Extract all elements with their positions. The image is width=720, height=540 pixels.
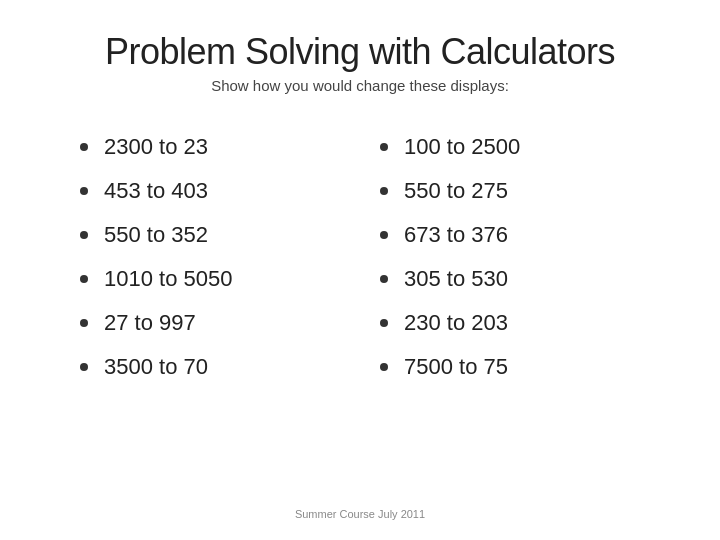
list-item-text: 550 to 352 bbox=[104, 222, 208, 248]
list-item: 230 to 203 bbox=[380, 310, 660, 336]
footer: Summer Course July 2011 bbox=[295, 498, 425, 520]
list-item-text: 1010 to 5050 bbox=[104, 266, 232, 292]
list-item-text: 3500 to 70 bbox=[104, 354, 208, 380]
list-item: 453 to 403 bbox=[80, 178, 360, 204]
list-item: 673 to 376 bbox=[380, 222, 660, 248]
bullet-icon bbox=[80, 363, 88, 371]
left-column: 2300 to 23453 to 403550 to 3521010 to 50… bbox=[60, 134, 360, 498]
bullet-icon bbox=[80, 319, 88, 327]
bullet-icon bbox=[380, 275, 388, 283]
bullet-icon bbox=[80, 275, 88, 283]
list-item: 7500 to 75 bbox=[380, 354, 660, 380]
list-item-text: 673 to 376 bbox=[404, 222, 508, 248]
page-title: Problem Solving with Calculators bbox=[60, 30, 660, 73]
bullet-icon bbox=[80, 143, 88, 151]
list-item-text: 7500 to 75 bbox=[404, 354, 508, 380]
list-item: 1010 to 5050 bbox=[80, 266, 360, 292]
page-subtitle: Show how you would change these displays… bbox=[60, 77, 660, 94]
bullet-icon bbox=[380, 231, 388, 239]
list-item: 3500 to 70 bbox=[80, 354, 360, 380]
list-item: 550 to 352 bbox=[80, 222, 360, 248]
bullet-icon bbox=[80, 187, 88, 195]
list-item-text: 100 to 2500 bbox=[404, 134, 520, 160]
bullet-icon bbox=[80, 231, 88, 239]
list-item: 27 to 997 bbox=[80, 310, 360, 336]
bullet-icon bbox=[380, 143, 388, 151]
list-item-text: 2300 to 23 bbox=[104, 134, 208, 160]
list-item-text: 550 to 275 bbox=[404, 178, 508, 204]
list-item: 550 to 275 bbox=[380, 178, 660, 204]
list-item: 2300 to 23 bbox=[80, 134, 360, 160]
list-item-text: 27 to 997 bbox=[104, 310, 196, 336]
page: Problem Solving with Calculators Show ho… bbox=[0, 0, 720, 540]
content-area: 2300 to 23453 to 403550 to 3521010 to 50… bbox=[60, 134, 660, 498]
bullet-icon bbox=[380, 363, 388, 371]
header: Problem Solving with Calculators Show ho… bbox=[60, 30, 660, 94]
list-item-text: 453 to 403 bbox=[104, 178, 208, 204]
bullet-icon bbox=[380, 187, 388, 195]
bullet-icon bbox=[380, 319, 388, 327]
list-item-text: 305 to 530 bbox=[404, 266, 508, 292]
footer-text: Summer Course July 2011 bbox=[295, 508, 425, 520]
list-item: 100 to 2500 bbox=[380, 134, 660, 160]
list-item-text: 230 to 203 bbox=[404, 310, 508, 336]
right-column: 100 to 2500550 to 275673 to 376305 to 53… bbox=[360, 134, 660, 498]
list-item: 305 to 530 bbox=[380, 266, 660, 292]
